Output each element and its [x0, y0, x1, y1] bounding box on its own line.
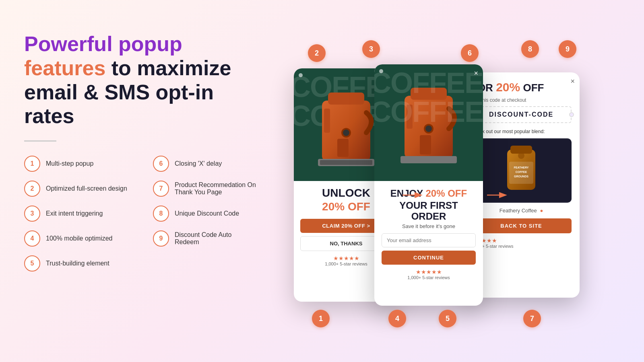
feature-num-8: 8 — [153, 206, 169, 222]
popup3-for-section: FOR 20% OFF — [471, 80, 572, 94]
popup2-image-area: COFFEECOFFEE × — [374, 64, 483, 181]
popup2-stars: ★★★★★ — [416, 269, 442, 275]
headline-purple: Powerful popup — [24, 32, 182, 56]
feature-label-5: Trust-building element — [46, 260, 109, 267]
popup2-bg-text: COFFEECOFFEE — [374, 68, 483, 126]
anno-9: 9 — [559, 40, 576, 58]
feature-label-8: Unique Discount Code — [175, 210, 239, 217]
feature-label-1: Multi-step popup — [46, 160, 93, 167]
popup2-review-count: 1,000+ 5-star reviews — [407, 275, 450, 280]
anno-2: 2 — [308, 44, 326, 62]
feature-num-1: 1 — [24, 156, 40, 172]
popup1-stars: ★★★★★ — [333, 255, 359, 261]
headline-dark: to maximize — [105, 56, 231, 80]
popup3-feathery-dot: ● — [540, 208, 543, 214]
left-section: Powerful popup features to maximize emai… — [24, 32, 258, 272]
feature-num-5: 5 — [24, 255, 40, 272]
svg-point-24 — [518, 152, 524, 159]
popup2-save: Save it before it's gone — [382, 223, 476, 229]
feature-label-9: Discount Code Auto Redeem — [175, 231, 258, 246]
popup3-discount-box: DISCOUNT-CODE — [471, 106, 572, 123]
feature-label-3: Exit intent triggering — [46, 210, 103, 217]
popup3-discount-code: DISCOUNT-CODE — [489, 111, 553, 118]
popup3-popular: Check out our most popular blend: — [471, 129, 572, 134]
anno-1: 1 — [312, 310, 330, 327]
popup3-feathery-text: Feathery Coffee — [500, 208, 537, 214]
popup1-coffee-machine — [314, 80, 378, 169]
popup1-review-count: 1,000+ 5-star reviews — [325, 261, 367, 266]
svg-rect-12 — [420, 135, 431, 154]
svg-rect-11 — [400, 156, 457, 163]
right-section: 2 3 6 8 9 1 4 5 7 COFFEECOFFEE × — [270, 20, 632, 342]
divider — [24, 140, 56, 142]
svg-text:COFFEE: COFFEE — [516, 171, 527, 173]
svg-point-6 — [343, 130, 349, 136]
popup2-enjoy: ENJOY 20% OFF — [382, 188, 476, 199]
headline-orange: features — [24, 56, 105, 80]
svg-rect-4 — [337, 139, 349, 157]
feature-num-7: 7 — [153, 181, 169, 197]
feature-item-7: 7 Product Recommedation On Thank You Pag… — [153, 181, 258, 197]
feature-num-4: 4 — [24, 230, 40, 247]
discount-dot-right — [569, 112, 574, 117]
popup3-percent: 20% — [496, 80, 520, 94]
anno-7: 7 — [523, 310, 541, 327]
feature-label-6: Closing 'X' delay — [175, 160, 222, 167]
anno-6: 6 — [461, 44, 479, 62]
feature-num-3: 3 — [24, 206, 40, 222]
anno-4: 4 — [388, 310, 406, 327]
svg-text:GROUNDS: GROUNDS — [514, 175, 528, 178]
feature-num-6: 6 — [153, 156, 169, 172]
coffee-machine-svg — [314, 80, 378, 169]
arrow-svg-1 — [400, 189, 425, 201]
popup2-enjoy-orange: 20% OFF — [425, 188, 467, 199]
popup2-continue-button[interactable]: CONTINUE — [382, 251, 476, 265]
popup3-reviews: ★★★★★ 1,000+ 5-star reviews — [471, 237, 572, 249]
popup1-dot — [299, 73, 303, 77]
anno-3: 3 — [362, 40, 380, 58]
anno-8: 8 — [521, 40, 539, 58]
popup2-bottom: ENJOY 20% OFF YOUR FIRST ORDER Save it b… — [374, 181, 483, 287]
popup2-first-order: YOUR FIRST ORDER — [382, 200, 476, 222]
popup3-off: OFF — [523, 82, 544, 94]
popup2-close-icon[interactable]: × — [474, 69, 478, 78]
feature-label-4: 100% mobile optimized — [46, 235, 112, 242]
feature-item-5: 5 Trust-building element — [24, 255, 129, 272]
popup3-use-code: Use this code at checkout — [471, 97, 572, 103]
popup3-feathery: Feathery Coffee ● — [471, 208, 572, 214]
headline: Powerful popup features to maximize emai… — [24, 32, 258, 128]
arrow-2-3 — [485, 189, 509, 203]
arrow-svg-2 — [485, 189, 509, 201]
feature-item-1: 1 Multi-step popup — [24, 156, 129, 172]
feature-item-3: 3 Exit intent triggering — [24, 206, 129, 222]
headline-line3: email & SMS opt-in rates — [24, 80, 214, 128]
feature-label-2: Optimized full-screen design — [46, 185, 127, 192]
svg-rect-7 — [324, 109, 330, 133]
feature-item-2: 2 Optimized full-screen design — [24, 181, 129, 197]
feature-num-2: 2 — [24, 181, 40, 197]
popup2: COFFEECOFFEE × — [374, 64, 483, 306]
svg-text:FEATHERY: FEATHERY — [514, 166, 529, 169]
anno-5: 5 — [439, 310, 456, 327]
feature-item-6: 6 Closing 'X' delay — [153, 156, 258, 172]
features-grid: 1 Multi-step popup 2 Optimized full-scre… — [24, 156, 258, 272]
feature-num-9: 9 — [153, 230, 169, 247]
feature-label-7: Product Recommedation On Thank You Page — [175, 181, 258, 196]
feature-item-9: 9 Discount Code Auto Redeem — [153, 230, 258, 247]
popup2-reviews: ★★★★★ 1,000+ 5-star reviews — [382, 269, 476, 280]
popup3-close-icon[interactable]: × — [570, 77, 575, 86]
svg-rect-1 — [328, 93, 364, 105]
popup2-dot — [379, 69, 383, 73]
svg-rect-3 — [320, 160, 372, 165]
feature-item-8: 8 Unique Discount Code — [153, 206, 258, 222]
feature-item-4: 4 100% mobile optimized — [24, 230, 129, 247]
arrow-1-2 — [400, 189, 425, 203]
popup2-email-input[interactable] — [382, 233, 476, 247]
popup3-back-button[interactable]: BACK TO SITE — [471, 218, 572, 233]
